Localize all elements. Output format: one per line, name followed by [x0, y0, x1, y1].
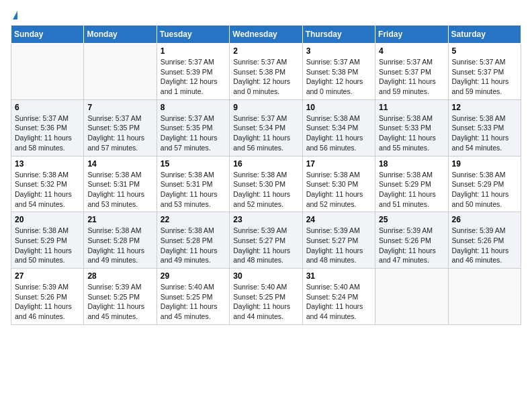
day-number: 6: [15, 103, 80, 112]
cell-content-line: and 49 minutes.: [161, 255, 226, 265]
cell-content-line: Sunset: 5:27 PM: [306, 236, 371, 246]
cell-content-line: Sunrise: 5:38 AM: [233, 170, 298, 180]
cell-content-line: Sunset: 5:28 PM: [87, 236, 152, 246]
calendar-cell: 29Sunrise: 5:40 AMSunset: 5:25 PMDayligh…: [157, 269, 229, 325]
cell-content-line: Sunset: 5:35 PM: [87, 123, 152, 133]
cell-content-line: and 0 minutes.: [306, 87, 371, 97]
cell-content-line: Sunset: 5:31 PM: [87, 179, 152, 189]
cell-content-line: Daylight: 11 hours: [161, 133, 226, 143]
cell-content-line: Daylight: 12 hours: [233, 77, 298, 87]
day-number: 3: [306, 46, 371, 56]
column-header-friday: Friday: [375, 26, 448, 44]
calendar-table: SundayMondayTuesdayWednesdayThursdayFrid…: [11, 25, 521, 325]
day-number: 11: [379, 103, 444, 112]
day-number: 25: [379, 215, 444, 224]
cell-content-line: Daylight: 11 hours: [379, 189, 444, 199]
cell-content-line: Sunrise: 5:37 AM: [87, 113, 152, 124]
cell-content-line: Sunset: 5:36 PM: [15, 123, 80, 133]
calendar-cell: 10Sunrise: 5:38 AMSunset: 5:34 PMDayligh…: [302, 99, 375, 156]
cell-content-line: Daylight: 11 hours: [452, 246, 517, 256]
cell-content-line: Sunset: 5:29 PM: [452, 179, 517, 189]
calendar-cell: 25Sunrise: 5:39 AMSunset: 5:26 PMDayligh…: [375, 212, 448, 269]
cell-content-line: and 52 minutes.: [233, 199, 298, 210]
calendar-cell: 3Sunrise: 5:37 AMSunset: 5:38 PMDaylight…: [302, 44, 375, 100]
logo: [11, 11, 17, 19]
cell-content-line: and 57 minutes.: [161, 143, 226, 153]
cell-content-line: Daylight: 11 hours: [452, 189, 517, 199]
cell-content-line: Sunrise: 5:37 AM: [161, 113, 226, 124]
calendar-cell: 30Sunrise: 5:40 AMSunset: 5:25 PMDayligh…: [230, 269, 302, 325]
cell-content-line: Daylight: 11 hours: [161, 246, 226, 256]
day-number: 16: [233, 159, 298, 169]
cell-content-line: Daylight: 11 hours: [161, 189, 226, 199]
cell-content-line: Sunrise: 5:38 AM: [379, 113, 444, 124]
cell-content-line: Sunset: 5:24 PM: [306, 292, 371, 302]
cell-content-line: Sunset: 5:34 PM: [233, 123, 298, 133]
calendar-cell: 19Sunrise: 5:38 AMSunset: 5:29 PMDayligh…: [448, 156, 521, 212]
cell-content-line: and 44 minutes.: [306, 312, 371, 322]
cell-content-line: and 46 minutes.: [15, 312, 80, 322]
cell-content-line: Daylight: 11 hours: [452, 133, 517, 143]
day-number: 19: [452, 159, 517, 169]
cell-content-line: Sunrise: 5:38 AM: [452, 113, 517, 124]
cell-content-line: Sunrise: 5:37 AM: [15, 113, 80, 124]
cell-content-line: and 1 minute.: [161, 87, 226, 97]
cell-content-line: and 51 minutes.: [379, 199, 444, 210]
column-header-tuesday: Tuesday: [157, 26, 229, 44]
day-number: 26: [452, 215, 517, 224]
cell-content-line: Sunrise: 5:39 AM: [15, 282, 80, 292]
calendar-cell: 18Sunrise: 5:38 AMSunset: 5:29 PMDayligh…: [375, 156, 448, 212]
calendar-cell: 1Sunrise: 5:37 AMSunset: 5:39 PMDaylight…: [157, 44, 229, 100]
calendar-cell: 26Sunrise: 5:39 AMSunset: 5:26 PMDayligh…: [448, 212, 521, 269]
cell-content-line: Daylight: 11 hours: [306, 133, 371, 143]
cell-content-line: Sunrise: 5:37 AM: [233, 113, 298, 124]
cell-content-line: Sunset: 5:28 PM: [161, 236, 226, 246]
cell-content-line: Sunset: 5:25 PM: [87, 292, 152, 302]
calendar-cell: 13Sunrise: 5:38 AMSunset: 5:32 PMDayligh…: [11, 156, 84, 212]
cell-content-line: Sunrise: 5:39 AM: [452, 226, 517, 236]
cell-content-line: Sunset: 5:33 PM: [379, 123, 444, 133]
cell-content-line: and 58 minutes.: [15, 143, 80, 153]
cell-content-line: and 53 minutes.: [161, 199, 226, 210]
day-number: 20: [15, 215, 80, 224]
cell-content-line: Sunset: 5:33 PM: [452, 123, 517, 133]
cell-content-line: and 59 minutes.: [379, 87, 444, 97]
cell-content-line: Daylight: 11 hours: [306, 302, 371, 312]
cell-content-line: Daylight: 11 hours: [161, 302, 226, 312]
day-number: 23: [233, 215, 298, 224]
day-number: 28: [87, 271, 152, 281]
logo-triangle-icon: [13, 11, 17, 19]
calendar-cell: 15Sunrise: 5:38 AMSunset: 5:31 PMDayligh…: [157, 156, 229, 212]
cell-content-line: Sunset: 5:26 PM: [15, 292, 80, 302]
calendar-header-row: SundayMondayTuesdayWednesdayThursdayFrid…: [11, 26, 521, 44]
calendar-cell: 31Sunrise: 5:40 AMSunset: 5:24 PMDayligh…: [302, 269, 375, 325]
day-number: 14: [87, 159, 152, 169]
cell-content-line: Sunset: 5:30 PM: [233, 179, 298, 189]
calendar-week-1: 1Sunrise: 5:37 AMSunset: 5:39 PMDaylight…: [11, 44, 521, 100]
day-number: 29: [161, 271, 226, 281]
cell-content-line: and 59 minutes.: [452, 87, 517, 97]
calendar-cell: 23Sunrise: 5:39 AMSunset: 5:27 PMDayligh…: [230, 212, 302, 269]
cell-content-line: Daylight: 11 hours: [306, 189, 371, 199]
calendar-cell: 11Sunrise: 5:38 AMSunset: 5:33 PMDayligh…: [375, 99, 448, 156]
cell-content-line: Sunset: 5:29 PM: [379, 179, 444, 189]
day-number: 27: [15, 271, 80, 281]
cell-content-line: Daylight: 11 hours: [233, 302, 298, 312]
day-number: 4: [379, 46, 444, 56]
calendar-cell: [11, 44, 84, 100]
cell-content-line: and 48 minutes.: [233, 255, 298, 265]
cell-content-line: and 0 minutes.: [233, 87, 298, 97]
calendar-cell: 9Sunrise: 5:37 AMSunset: 5:34 PMDaylight…: [230, 99, 302, 156]
cell-content-line: and 46 minutes.: [452, 255, 517, 265]
calendar-week-3: 13Sunrise: 5:38 AMSunset: 5:32 PMDayligh…: [11, 156, 521, 212]
cell-content-line: and 56 minutes.: [306, 143, 371, 153]
cell-content-line: Sunset: 5:32 PM: [15, 179, 80, 189]
cell-content-line: Sunset: 5:37 PM: [379, 67, 444, 77]
cell-content-line: Daylight: 11 hours: [15, 246, 80, 256]
day-number: 10: [306, 103, 371, 112]
day-number: 7: [87, 103, 152, 112]
column-header-saturday: Saturday: [448, 26, 521, 44]
day-number: 18: [379, 159, 444, 169]
header: [11, 11, 521, 19]
cell-content-line: Sunset: 5:27 PM: [233, 236, 298, 246]
